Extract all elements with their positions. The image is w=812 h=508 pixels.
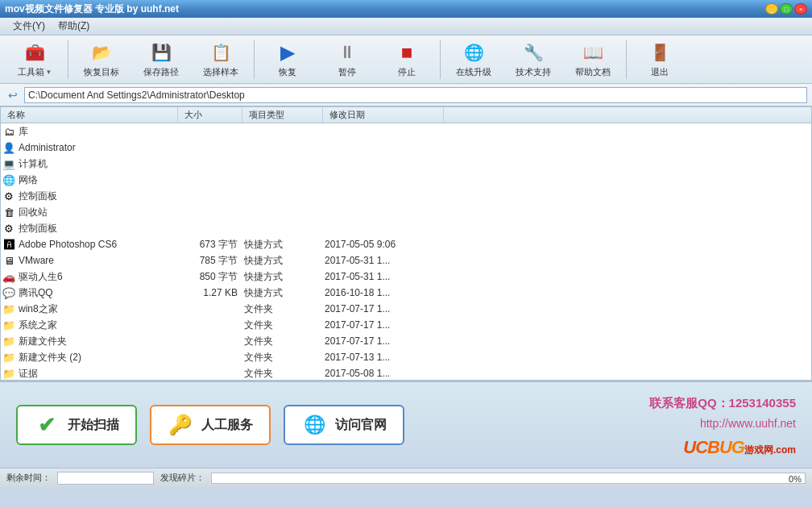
online-upgrade-icon: 🌐 [461, 41, 487, 65]
file-date: 2017-05-05 9:06 [325, 239, 445, 250]
file-type: 文件夹 [244, 319, 325, 332]
minimize-button[interactable]: _ [765, 3, 778, 15]
manual-label: 人工服务 [201, 417, 253, 434]
table-row[interactable]: 🗑回收站 [1, 204, 811, 220]
fragment-label: 发现碎片： [160, 472, 205, 484]
table-row[interactable]: 🅰Adobe Photoshop CS6673 字节快捷方式2017-05-05… [1, 236, 811, 252]
toolbox-icon: 🧰 [22, 41, 48, 65]
file-name: 控制面板 [19, 222, 180, 235]
menu-help[interactable]: 帮助(Z) [52, 18, 96, 35]
contact-area: 联系客服QQ：1253140355 http://www.uuhf.net UC… [649, 392, 796, 458]
file-name: 驱动人生6 [19, 270, 180, 284]
file-type: 文件夹 [244, 335, 325, 348]
file-browser: 名称 大小 项目类型 修改日期 🗂库👤Administrator💻计算机🌐网络⚙… [0, 106, 812, 381]
file-name: 网络 [19, 173, 180, 187]
file-name: 新建文件夹 (2) [19, 351, 180, 364]
select-sample-icon: 📋 [208, 41, 234, 65]
file-name: 库 [19, 125, 180, 139]
scan-button[interactable]: ✔ 开始扫描 [16, 405, 137, 445]
toolbar-restore-target[interactable]: 📂 恢复目标 [73, 39, 130, 81]
table-row[interactable]: 🗂库 [1, 123, 811, 139]
pause-icon: ⏸ [334, 41, 360, 65]
table-row[interactable]: 💬腾讯QQ1.27 KB快捷方式2016-10-18 1... [1, 285, 811, 301]
restore-label: 恢复 [279, 66, 296, 78]
title-text: mov视频文件修复器 专业版 by uuhf.net [5, 2, 179, 16]
manual-icon: 🔑 [168, 412, 193, 438]
file-icon: 🚗 [2, 270, 15, 283]
toolbar-restore[interactable]: ▶ 恢复 [259, 39, 316, 81]
remain-value[interactable] [57, 472, 154, 485]
file-name: Adobe Photoshop CS6 [19, 239, 180, 250]
table-row[interactable]: ⚙控制面板 [1, 220, 811, 236]
toolbar-pause[interactable]: ⏸ 暂停 [319, 39, 375, 81]
file-icon: 🗑 [2, 206, 15, 219]
table-row[interactable]: ⚙控制面板 [1, 188, 811, 204]
file-icon: ⚙ [2, 222, 15, 235]
file-icon: 🗂 [2, 125, 15, 138]
toolbar-online-upgrade[interactable]: 🌐 在线升级 [445, 39, 502, 81]
file-size: 850 字节 [180, 270, 244, 284]
col-header-type[interactable]: 项目类型 [242, 107, 323, 123]
toolbar-stop[interactable]: ■ 停止 [379, 39, 435, 81]
ucbug-logo-container: UCBUG游戏网.com [649, 437, 796, 458]
table-row[interactable]: 📁证据文件夹2017-05-08 1... [1, 365, 811, 380]
file-name: 计算机 [19, 157, 180, 171]
column-headers: 名称 大小 项目类型 修改日期 [1, 107, 811, 123]
file-name: 腾讯QQ [19, 286, 180, 300]
online-upgrade-label: 在线升级 [456, 66, 491, 78]
file-icon: 💬 [2, 286, 15, 299]
table-row[interactable]: 💻计算机 [1, 156, 811, 172]
close-button[interactable]: × [794, 3, 807, 15]
col-header-date[interactable]: 修改日期 [323, 107, 444, 123]
ucbug-sub: 游戏网 [744, 444, 773, 456]
address-bar: ↩ [0, 84, 812, 106]
progress-percent: 0% [789, 473, 802, 485]
action-buttons: ✔ 开始扫描 🔑 人工服务 🌐 访问官网 [16, 405, 404, 445]
contact-url: http://www.uuhf.net [649, 414, 796, 434]
table-row[interactable]: 📁系统之家文件夹2017-07-17 1... [1, 317, 811, 333]
toolbox-arrow: ▼ [46, 69, 52, 76]
file-list: 🗂库👤Administrator💻计算机🌐网络⚙控制面板🗑回收站⚙控制面板🅰Ad… [1, 123, 811, 380]
toolbar-toolbox[interactable]: 🧰 工具箱 ▼ [6, 39, 63, 81]
window-controls: _ □ × [765, 3, 807, 15]
pause-label: 暂停 [338, 66, 356, 78]
toolbar-save-path[interactable]: 💾 保存路径 [133, 39, 189, 81]
table-row[interactable]: 📁win8之家文件夹2017-07-17 1... [1, 301, 811, 317]
file-type: 文件夹 [244, 367, 325, 381]
manual-button[interactable]: 🔑 人工服务 [150, 405, 271, 445]
table-row[interactable]: 🚗驱动人生6850 字节快捷方式2017-05-31 1... [1, 269, 811, 285]
save-path-label: 保存路径 [143, 66, 179, 78]
table-row[interactable]: 📁新建文件夹文件夹2017-07-17 1... [1, 333, 811, 349]
website-button[interactable]: 🌐 访问官网 [284, 405, 404, 445]
maximize-button[interactable]: □ [780, 3, 793, 15]
back-button[interactable]: ↩ [5, 87, 21, 103]
file-icon: 📁 [2, 319, 15, 331]
toolbar-exit[interactable]: 🚪 退出 [632, 39, 688, 81]
table-row[interactable]: 👤Administrator [1, 139, 811, 156]
file-icon: 🌐 [2, 173, 15, 186]
file-icon: 🅰 [2, 238, 15, 251]
scan-label: 开始扫描 [68, 417, 119, 434]
toolbar-help-doc[interactable]: 📖 帮助文档 [565, 39, 621, 81]
file-icon: 📁 [2, 351, 15, 364]
toolbar-sep-1 [68, 40, 68, 79]
progress-bar: 0% [211, 473, 806, 484]
file-date: 2017-05-31 1... [325, 271, 445, 282]
website-icon: 🌐 [301, 412, 327, 438]
table-row[interactable]: 📁新建文件夹 (2)文件夹2017-07-13 1... [1, 349, 811, 365]
menu-file[interactable]: 文件(Y) [6, 18, 52, 35]
address-input[interactable] [24, 87, 807, 103]
toolbar-sep-4 [626, 40, 627, 79]
file-type: 快捷方式 [244, 286, 325, 300]
restore-icon: ▶ [275, 41, 300, 65]
file-date: 2017-07-17 1... [325, 319, 445, 331]
toolbar-tech-support[interactable]: 🔧 技术支持 [505, 39, 561, 81]
toolbar-select-sample[interactable]: 📋 选择样本 [193, 39, 249, 81]
table-row[interactable]: 🖥VMware785 字节快捷方式2017-05-31 1... [1, 252, 811, 269]
col-header-size[interactable]: 大小 [178, 107, 242, 123]
toolbar: 🧰 工具箱 ▼ 📂 恢复目标 💾 保存路径 📋 选择样本 ▶ 恢复 ⏸ 暂停 ■… [0, 35, 812, 84]
file-name: 证据 [19, 367, 180, 381]
file-icon: 📁 [2, 302, 15, 315]
col-header-name[interactable]: 名称 [1, 107, 178, 123]
table-row[interactable]: 🌐网络 [1, 172, 811, 188]
